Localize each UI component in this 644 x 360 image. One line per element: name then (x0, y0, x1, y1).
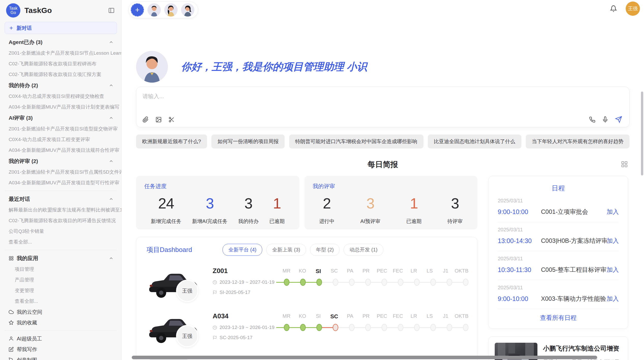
group-title: 我的待办 (2) (9, 82, 38, 89)
sidebar-item-favorites[interactable]: 我的收藏 (0, 317, 121, 328)
plus-icon: + (9, 24, 13, 32)
sidebar-group-my-review[interactable]: 我的评审 (2) (0, 156, 121, 167)
stat-value: 1 (406, 195, 421, 212)
grid-view-icon[interactable] (621, 161, 628, 168)
tab-new-body[interactable]: 全新上装 (3) (266, 244, 306, 256)
app-item-change-mgmt[interactable]: 变更管理 (0, 285, 121, 296)
sidebar-group-agent-done[interactable]: Agent已办 (3) (0, 37, 121, 48)
tab-model-year[interactable]: 年型 (2) (310, 244, 340, 256)
milestone-dot (430, 279, 436, 286)
chat-input[interactable] (142, 93, 622, 100)
chevron-up-icon[interactable] (109, 197, 114, 202)
recent-chat-item[interactable]: 公司Q3轻卡销量 (0, 226, 121, 237)
milestone-label: LR (406, 313, 422, 320)
sidebar-task-item[interactable]: C0X4-动力总成开发项目SI里程碑提交物检查 (0, 91, 121, 102)
recent-chat-item[interactable]: C02-飞腾新能源轻客改款项目的闭环通告反馈情况 (0, 215, 121, 226)
suggestion-chip[interactable]: 当下年轻人对汽车外观有怎样的喜好趋势 (526, 134, 630, 148)
join-link[interactable]: 加入 (607, 208, 619, 216)
milestone-dot (349, 324, 355, 331)
vertical-scrollbar[interactable] (641, 92, 643, 175)
event-time: 9:00-10:00 (498, 208, 541, 216)
suggestion-chip[interactable]: 比亚迪全固态电池计划具体说了什么 (428, 134, 521, 148)
sidebar-task-item[interactable]: C0X4-动力总成开发项目工程变更评审 (0, 134, 121, 145)
milestone-segment (452, 327, 463, 328)
agent-avatar-1[interactable] (148, 3, 161, 17)
milestone-label: PA (342, 313, 358, 320)
horizontal-scrollbar[interactable] (132, 356, 597, 359)
dashboard-header: 项目Dashboard 全新平台 (4) 全新上装 (3) 年型 (2) 动总开… (147, 244, 467, 256)
project-next-node: SC-2025-05-17 (219, 335, 253, 340)
composer-right-tools (589, 116, 622, 123)
sidebar-group-recent-chats[interactable]: 最近对话 (0, 193, 121, 205)
top-right-controls: 王强 (610, 2, 640, 16)
sidebar-task-item[interactable]: Z001-全新燃油轻卡产品开发项目SI节点属性5D文件评审 (0, 167, 121, 177)
join-link[interactable]: 加入 (607, 266, 619, 274)
sidebar-group-my-todo[interactable]: 我的待办 (2) (0, 80, 121, 91)
suggestion-chip[interactable]: 特朗普可能对进口汽车增税会对中国车企造成哪些影响 (289, 134, 423, 148)
divider (5, 331, 117, 331)
suggestion-chip[interactable]: 如何写一份清晰的项目周报 (211, 134, 285, 148)
agent-avatar-3[interactable] (181, 3, 194, 17)
join-link[interactable]: 加入 (607, 295, 619, 303)
sidebar-item-cloud-space[interactable]: 我的云空间 (0, 307, 121, 317)
app-item-product-mgmt[interactable]: 产品管理 (0, 275, 121, 285)
greeting-text: 你好，王强，我是你的项目管理助理 小识 (181, 60, 367, 74)
sidebar-item-ai-employee[interactable]: AI超级员工 (0, 333, 121, 344)
milestone-segment (355, 282, 365, 283)
sidebar-task-item[interactable]: C02-飞腾新能源轻客改款项目里程碑画布 (0, 58, 121, 69)
milestone-dot (398, 279, 403, 286)
project-dashboard-card: 项目Dashboard 全新平台 (4) 全新上装 (3) 年型 (2) 动总开… (136, 237, 477, 360)
chevron-up-icon[interactable] (109, 83, 114, 88)
sidebar-task-item[interactable]: A034-全新新能源MUV产品开发项目法规符合性评审 (0, 145, 121, 156)
view-all-apps-link[interactable]: 查看全部... (0, 296, 121, 307)
event-time: 13:00-14:30 (498, 237, 541, 245)
greeting-row: 你好，王强，我是你的项目管理助理 小识 (136, 51, 630, 83)
microphone-icon[interactable] (602, 116, 608, 123)
dashboard-title: 项目Dashboard (147, 245, 192, 254)
sidebar-collapse-icon[interactable] (108, 7, 115, 14)
milestone-segment (403, 282, 414, 283)
scissors-icon[interactable] (168, 116, 175, 123)
milestone-label: FEC (390, 313, 406, 320)
project-row[interactable]: 王强 A034 2023-12-19 ~ 2026-01-19 (147, 311, 467, 349)
sidebar-task-item[interactable]: A034-全新新能源MUV产品开发项目造型可行性评审 (0, 177, 121, 188)
send-icon[interactable] (615, 116, 622, 123)
join-link[interactable]: 加入 (607, 237, 619, 245)
sidebar-task-item[interactable]: C02-飞腾新能源轻客改款项目立项汇报方案 (0, 69, 121, 80)
agent-avatar-2[interactable] (164, 3, 178, 17)
add-agent-button[interactable]: + (131, 3, 144, 17)
chevron-up-icon[interactable] (109, 40, 114, 45)
phone-icon[interactable] (589, 116, 595, 123)
user-avatar[interactable]: 王强 (626, 2, 640, 16)
image-icon[interactable] (155, 116, 162, 123)
project-row[interactable]: 王强 Z001 2023-12-19 ~ 2027-01-19 (147, 265, 467, 304)
milestone-segment (338, 282, 349, 283)
sidebar-task-item[interactable]: Z001-全新燃油皮卡产品开发项目SI节点Lesson Learn报告 (0, 48, 121, 58)
sidebar-task-item[interactable]: A034-全新新能源MUV产品开发项目计划变更表编写 (0, 102, 121, 112)
chevron-up-icon[interactable] (109, 115, 114, 121)
recent-chat-item[interactable]: 解释最新出台的欧盟报废车法规再生塑料比例被调至15%... (0, 205, 121, 215)
attachment-icon[interactable] (142, 116, 149, 123)
view-all-chats-link[interactable]: 查看全部... (0, 237, 121, 247)
milestone-track (276, 279, 470, 286)
sidebar-item-creative-draw[interactable]: 创意制图 (0, 355, 121, 360)
project-date-range-row: 2023-12-19 ~ 2026-01-19 (213, 325, 276, 330)
sidebar-item-write-helper[interactable]: 帮我写作 (0, 344, 121, 355)
view-all-schedule-link[interactable]: 查看所有日程 (498, 309, 619, 328)
stat-value: 3 (447, 195, 463, 212)
apps-grid-icon (9, 256, 14, 261)
sidebar-task-item[interactable]: Z001-全新燃油轻卡产品开发项目SI造型提交物评审 (0, 124, 121, 134)
milestone-dot (333, 279, 338, 286)
tab-new-platform[interactable]: 全新平台 (4) (223, 244, 262, 256)
new-chat-button[interactable]: + 新对话 (5, 22, 117, 34)
chevron-up-icon[interactable] (109, 159, 114, 164)
sidebar-group-ai-review[interactable]: AI评审 (3) (0, 112, 121, 124)
tab-powertrain[interactable]: 动总开发 (1) (344, 244, 383, 256)
app-item-project-mgmt[interactable]: 项目管理 (0, 264, 121, 275)
milestone-label: SI (310, 268, 326, 275)
top-bar: + 王强 (122, 0, 644, 18)
sidebar-group-my-apps[interactable]: 我的应用 (0, 253, 121, 264)
suggestion-chip[interactable]: 欧洲新规最近颁布了什么? (136, 134, 207, 148)
chevron-up-icon[interactable] (109, 256, 114, 261)
notification-bell-icon[interactable] (610, 5, 617, 12)
